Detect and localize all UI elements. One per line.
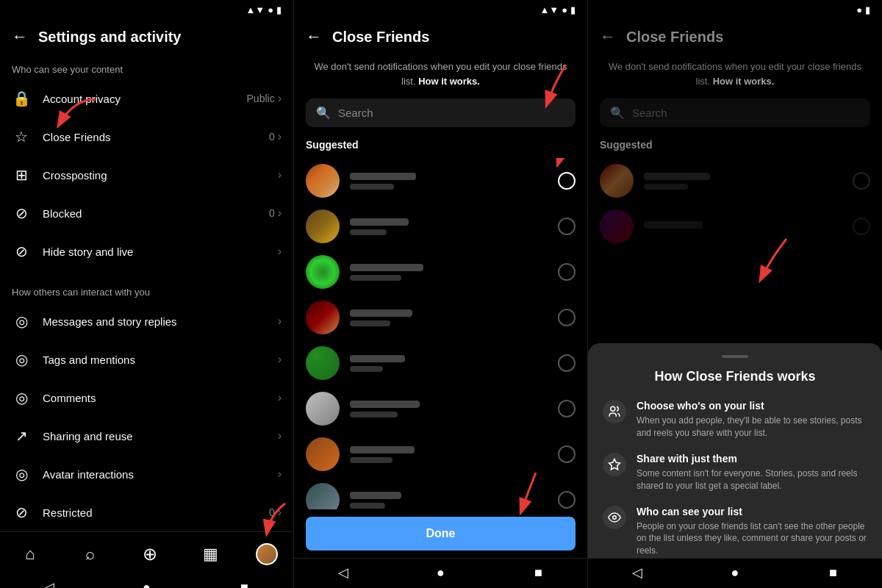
who-can-see-icon (603, 506, 626, 529)
how-it-works-link-right[interactable]: How it works. (713, 76, 775, 87)
user-radio-7[interactable] (558, 445, 576, 463)
cf-user-row[interactable] (294, 158, 587, 204)
chevron-icon: › (278, 92, 282, 105)
sharing-right: › (278, 429, 282, 442)
android-home-right[interactable]: ● (724, 565, 746, 581)
cf-list-mid (294, 158, 587, 509)
section-header-content: Who can see your content (0, 54, 293, 79)
how-it-works-link-mid[interactable]: How it works. (418, 76, 480, 87)
user-sub-3 (350, 275, 401, 281)
cf-user-row[interactable] (294, 477, 587, 509)
menu-blocked[interactable]: ⊘ Blocked 0 › (0, 194, 293, 232)
user-name-5 (350, 355, 405, 362)
user-radio-6[interactable] (558, 400, 576, 417)
messages-label: Messages and story replies (43, 315, 266, 328)
star-icon: ☆ (12, 127, 31, 146)
cf-notice-right: We don't send notifications when you edi… (588, 54, 882, 98)
right-name-block-1 (644, 173, 842, 190)
done-container: Done (294, 509, 587, 558)
menu-sharing[interactable]: ↗ Sharing and reuse › (0, 417, 293, 455)
back-arrow-right[interactable]: ← (600, 27, 616, 46)
menu-comments[interactable]: ◎ Comments › (0, 379, 293, 417)
user-name-block-6 (350, 401, 548, 417)
user-sub-2 (350, 229, 387, 235)
cf-user-row[interactable] (294, 204, 587, 249)
crosspost-icon: ⊞ (12, 165, 31, 184)
sheet-item-3: Who can see your list People on your clo… (603, 506, 867, 557)
menu-messages[interactable]: ◎ Messages and story replies › (0, 302, 293, 340)
right-name-2 (644, 221, 703, 229)
svg-point-2 (613, 515, 617, 519)
menu-crossposting[interactable]: ⊞ Crossposting › (0, 156, 293, 194)
user-radio-3[interactable] (558, 263, 576, 281)
cf-user-row[interactable] (294, 295, 587, 340)
nav-home[interactable]: ⌂ (15, 539, 45, 569)
nav-reels[interactable]: ▦ (196, 539, 225, 569)
status-icons: ▲▼●▮ (245, 4, 282, 15)
cf-user-row[interactable] (294, 249, 587, 295)
choose-who-desc: When you add people, they'll be able to … (637, 415, 867, 440)
android-back-mid[interactable]: ◁ (332, 564, 354, 581)
search-icon-right: 🔍 (610, 106, 625, 120)
android-recents-mid[interactable]: ■ (528, 565, 550, 581)
search-bar-right[interactable]: 🔍 Search (600, 98, 870, 127)
done-button[interactable]: Done (306, 517, 576, 551)
nav-icons-left: ⌂ ⌕ ⊕ ▦ (0, 532, 293, 573)
cf-user-row[interactable] (294, 386, 587, 431)
menu-tags[interactable]: ◎ Tags and mentions › (0, 340, 293, 379)
sheet-item-1: Choose who's on your list When you add p… (603, 400, 867, 440)
user-radio-4[interactable] (558, 309, 576, 326)
user-avatar-2 (306, 209, 340, 243)
restricted-icon: ⊘ (12, 503, 31, 522)
left-top-bar: ← Settings and activity (0, 17, 293, 54)
cf-user-row[interactable] (294, 431, 587, 477)
right-panel: ●▮ ← Close Friends We don't send notific… (588, 0, 882, 588)
android-recents-right[interactable]: ■ (822, 565, 844, 581)
android-recents[interactable]: ■ (234, 580, 256, 589)
share-with-icon (603, 453, 626, 476)
back-arrow-left[interactable]: ← (12, 27, 28, 46)
cf-user-row-r2 (588, 204, 882, 249)
close-friends-right: 0 › (269, 130, 282, 143)
section-header-interact: How others can interact with you (0, 276, 293, 302)
nav-add[interactable]: ⊕ (135, 539, 165, 569)
search-placeholder-right: Search (632, 107, 860, 119)
status-bar-right: ●▮ (588, 0, 882, 17)
account-privacy-value: Public (247, 93, 275, 104)
user-radio-1[interactable] (558, 172, 576, 190)
share-with-desc: Some content isn't for everyone. Stories… (637, 467, 867, 492)
menu-close-friends[interactable]: ☆ Close Friends 0 › (0, 118, 293, 156)
user-radio-8[interactable] (558, 491, 576, 509)
mid-panel: ▲▼●▮ ← Close Friends We don't send notif… (294, 0, 588, 588)
android-back-right[interactable]: ◁ (626, 564, 648, 581)
user-avatar-8 (306, 483, 340, 509)
restricted-count: 0 (269, 506, 275, 518)
right-top-bar: ← Close Friends (588, 17, 882, 54)
android-home[interactable]: ● (136, 580, 158, 589)
right-avatar-2 (600, 209, 634, 243)
menu-hide-story[interactable]: ⊘ Hide story and live › (0, 232, 293, 270)
user-name-1 (350, 173, 416, 180)
menu-account-privacy[interactable]: 🔒 Account privacy Public › (0, 79, 293, 118)
left-title: Settings and activity (38, 29, 182, 46)
sharing-icon: ↗ (12, 426, 31, 445)
user-name-8 (350, 492, 401, 499)
search-bar-mid[interactable]: 🔍 Search (306, 98, 576, 127)
chevron-icon-7: › (278, 353, 282, 366)
chevron-icon-9: › (278, 429, 282, 442)
nav-profile[interactable] (256, 543, 278, 565)
left-panel: ▲▼●▮ ← Settings and activity Who can see… (0, 0, 294, 588)
back-arrow-mid[interactable]: ← (306, 27, 322, 46)
nav-search[interactable]: ⌕ (76, 539, 105, 569)
comments-icon: ◎ (12, 388, 31, 407)
cf-user-row[interactable] (294, 340, 587, 386)
user-radio-2[interactable] (558, 218, 576, 235)
android-home-mid[interactable]: ● (430, 565, 452, 581)
android-back[interactable]: ◁ (38, 579, 60, 588)
right-radio-2 (853, 218, 870, 235)
user-name-block-3 (350, 264, 548, 281)
menu-restricted[interactable]: ⊘ Restricted 0 › (0, 493, 293, 531)
user-radio-5[interactable] (558, 354, 576, 372)
right-avatar-1 (600, 164, 634, 198)
menu-avatar[interactable]: ◎ Avatar interactions › (0, 455, 293, 493)
